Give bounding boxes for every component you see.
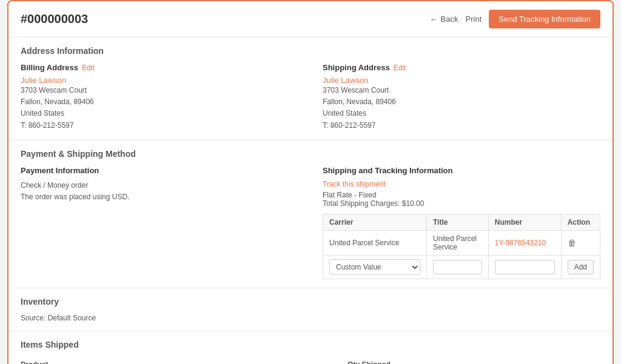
shipping-edit-link[interactable]: Edit — [394, 64, 406, 72]
tracking-table: Carrier Title Number Action United Parce… — [323, 214, 600, 279]
carrier-select[interactable]: Custom ValueUnited Parcel ServiceUSPSFed… — [329, 259, 420, 275]
col-header-number: Number — [488, 214, 561, 230]
tracking-row: United Parcel Service United Parcel Serv… — [323, 230, 600, 255]
items-table-header-row: Product Qty Shipped — [21, 357, 600, 364]
col-header-title: Title — [427, 214, 489, 230]
billing-address-col: Billing Address Edit Julie Lawson 3703 W… — [21, 63, 298, 131]
shipping-heading: Shipping Address Edit — [323, 63, 600, 72]
tracking-title: United Parcel Service — [427, 230, 489, 255]
billing-street: 3703 Wescam Court — [21, 85, 298, 96]
billing-phone: T: 860-212-5597 — [21, 120, 298, 131]
billing-heading: Billing Address Edit — [21, 63, 298, 72]
items-section-title: Items Shipped — [21, 340, 600, 349]
print-button[interactable]: Print — [466, 15, 482, 24]
shipping-city-state-zip: Fallon, Nevada, 89406 — [323, 96, 600, 108]
payment-method: Check / Money order — [21, 180, 298, 191]
inventory-source: Source: Default Source — [21, 314, 600, 322]
add-row-number-cell — [488, 255, 561, 279]
payment-note: The order was placed using USD. — [21, 191, 298, 203]
shipping-country: United States — [323, 108, 600, 119]
items-shipped-section: Items Shipped Product Qty Shipped Fusion… — [8, 331, 613, 364]
tracking-number: 1Y-9876543210 — [488, 230, 561, 255]
billing-city-state-zip: Fallon, Nevada, 89406 — [21, 96, 298, 108]
total-charges: Total Shipping Charges: $10.00 — [323, 199, 600, 208]
items-table: Product Qty Shipped Fusion Backpack SKU:… — [21, 357, 600, 364]
payment-section: Payment & Shipping Method Payment Inform… — [8, 141, 613, 288]
col-header-action: Action — [561, 214, 600, 230]
flat-rate-label: Flat Rate - Fixed — [323, 191, 600, 199]
shipping-address-col: Shipping Address Edit Julie Lawson 3703 … — [323, 63, 600, 131]
back-button[interactable]: ← Back — [430, 15, 458, 24]
tracking-carrier: United Parcel Service — [323, 230, 427, 255]
address-columns: Billing Address Edit Julie Lawson 3703 W… — [21, 63, 600, 131]
page-container: #000000003 ← Back Print Send Tracking In… — [7, 0, 614, 364]
tracking-table-header-row: Carrier Title Number Action — [323, 214, 600, 230]
tracking-number-link[interactable]: 1Y-9876543210 — [495, 239, 546, 247]
shipping-phone: T: 860-212-5597 — [323, 120, 600, 131]
tracking-rows: United Parcel Service United Parcel Serv… — [323, 230, 600, 255]
billing-country: United States — [21, 108, 298, 119]
order-id: #000000003 — [21, 12, 88, 26]
back-label: Back — [441, 15, 458, 24]
add-row-action-cell: Add — [561, 255, 600, 279]
inventory-section-title: Inventory — [21, 297, 600, 306]
col-header-qty-shipped: Qty Shipped — [347, 357, 600, 364]
payment-section-title: Payment & Shipping Method — [21, 149, 600, 159]
print-label: Print — [466, 15, 482, 24]
add-tracking-button[interactable]: Add — [568, 260, 594, 274]
add-row-carrier-cell: Custom ValueUnited Parcel ServiceUSPSFed… — [323, 255, 427, 279]
tracking-add-row: Custom ValueUnited Parcel ServiceUSPSFed… — [323, 255, 600, 279]
track-shipment-link[interactable]: Track this shipment — [323, 180, 600, 188]
carrier-select-wrapper: Custom ValueUnited Parcel ServiceUSPSFed… — [329, 259, 420, 275]
billing-name: Julie Lawson — [21, 76, 298, 85]
col-header-product: Product — [21, 357, 347, 364]
billing-edit-link[interactable]: Edit — [82, 64, 95, 72]
send-tracking-label: Send Tracking Information — [498, 15, 591, 24]
shipping-tracking-heading: Shipping and Tracking Information — [323, 166, 600, 175]
add-row-title-cell — [427, 255, 489, 279]
tracking-action: 🗑 — [561, 230, 600, 255]
send-tracking-button[interactable]: Send Tracking Information — [489, 10, 600, 28]
address-section: Address Information Billing Address Edit… — [8, 38, 613, 141]
payment-info-heading: Payment Information — [21, 166, 298, 175]
address-section-title: Address Information — [21, 46, 600, 56]
payment-columns: Payment Information Check / Money order … — [21, 166, 600, 279]
header-actions: ← Back Print Send Tracking Information — [430, 10, 600, 28]
page-header: #000000003 ← Back Print Send Tracking In… — [8, 1, 613, 38]
shipping-street: 3703 Wescam Court — [323, 85, 600, 96]
title-input[interactable] — [433, 260, 482, 274]
shipping-tracking-col: Shipping and Tracking Information Track … — [323, 166, 600, 279]
delete-tracking-button[interactable]: 🗑 — [568, 238, 576, 248]
number-input[interactable] — [495, 260, 555, 274]
shipping-name: Julie Lawson — [323, 76, 600, 85]
back-arrow-icon: ← — [430, 15, 438, 24]
payment-info-col: Payment Information Check / Money order … — [21, 166, 298, 279]
col-header-carrier: Carrier — [323, 214, 427, 230]
inventory-section: Inventory Source: Default Source — [8, 288, 613, 331]
